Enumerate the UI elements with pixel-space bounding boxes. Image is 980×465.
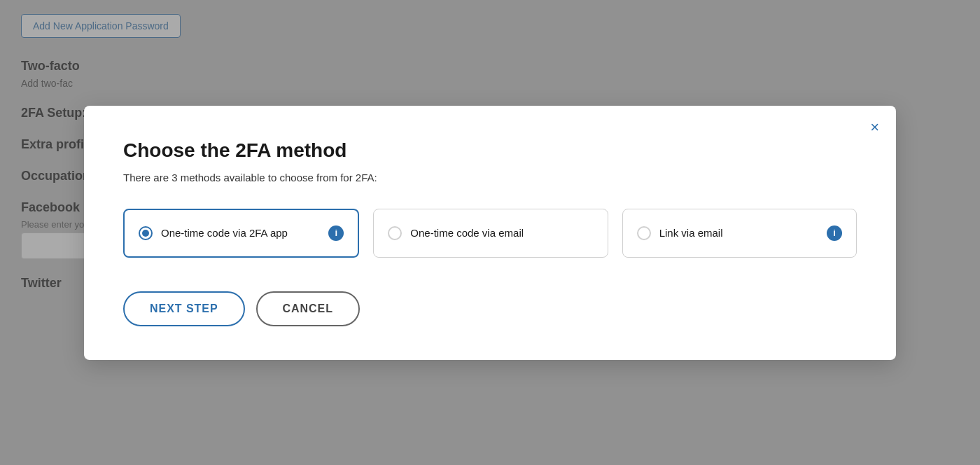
radio-app bbox=[139, 226, 153, 240]
option-card-app[interactable]: One-time code via 2FA app i bbox=[123, 209, 359, 258]
option-email-code-label: One-time code via email bbox=[410, 227, 593, 239]
options-row: One-time code via 2FA app i One-time cod… bbox=[123, 209, 857, 258]
option-card-email-code[interactable]: One-time code via email bbox=[373, 209, 608, 258]
modal-overlay: × Choose the 2FA method There are 3 meth… bbox=[0, 0, 980, 465]
modal-dialog: × Choose the 2FA method There are 3 meth… bbox=[84, 106, 896, 360]
radio-email-code bbox=[388, 226, 402, 240]
cancel-button[interactable]: CANCEL bbox=[256, 291, 360, 326]
radio-email-link bbox=[637, 226, 651, 240]
modal-title: Choose the 2FA method bbox=[123, 139, 857, 162]
buttons-row: NEXT STEP CANCEL bbox=[123, 291, 857, 326]
option-card-email-link[interactable]: Link via email i bbox=[622, 209, 857, 258]
option-email-link-label: Link via email bbox=[659, 227, 818, 239]
next-step-button[interactable]: NEXT STEP bbox=[123, 291, 245, 326]
info-icon-app[interactable]: i bbox=[328, 225, 344, 241]
info-icon-link[interactable]: i bbox=[827, 225, 842, 241]
modal-subtitle: There are 3 methods available to choose … bbox=[123, 172, 857, 183]
close-icon: × bbox=[870, 120, 879, 135]
option-app-label: One-time code via 2FA app bbox=[161, 227, 320, 239]
modal-close-button[interactable]: × bbox=[870, 120, 879, 135]
